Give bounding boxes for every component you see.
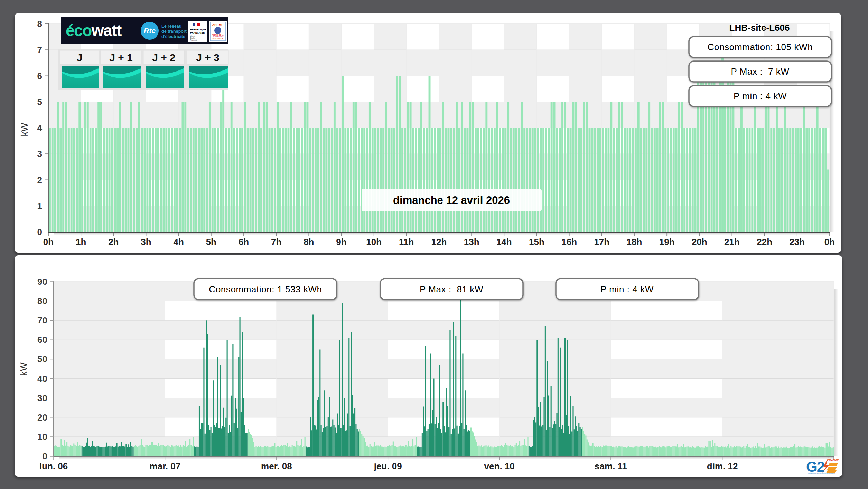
svg-text:40: 40 <box>37 374 47 384</box>
svg-text:3h: 3h <box>141 237 151 247</box>
svg-text:dimanche 12 avril 2026: dimanche 12 avril 2026 <box>393 194 510 206</box>
svg-text:22h: 22h <box>757 237 772 247</box>
svg-text:dim. 12: dim. 12 <box>707 461 738 471</box>
svg-text:0: 0 <box>37 227 42 237</box>
svg-text:kW: kW <box>19 123 30 137</box>
svg-text:6h: 6h <box>239 237 249 247</box>
svg-text:10: 10 <box>37 432 47 442</box>
svg-text:ÉCOLOGIQUE: ÉCOLOGIQUE <box>213 37 223 39</box>
svg-text:5: 5 <box>37 97 42 107</box>
svg-text:P Max : 7 kW: P Max : 7 kW <box>731 66 789 77</box>
svg-text:P min : 4 kW: P min : 4 kW <box>734 91 787 101</box>
svg-text:8: 8 <box>37 19 42 29</box>
svg-text:d'électricité: d'électricité <box>161 34 185 39</box>
svg-text:RÉPUBLIQUE: RÉPUBLIQUE <box>190 28 206 31</box>
svg-text:Fraternité: Fraternité <box>190 39 198 41</box>
svg-text:23h: 23h <box>789 237 805 247</box>
svg-text:13h: 13h <box>464 237 479 247</box>
svg-text:J + 1: J + 1 <box>109 52 133 63</box>
svg-text:17h: 17h <box>594 237 609 247</box>
svg-text:6: 6 <box>37 71 42 81</box>
svg-text:mar. 07: mar. 07 <box>150 461 181 471</box>
svg-text:80: 80 <box>37 296 47 306</box>
svg-text:15h: 15h <box>529 237 544 247</box>
svg-text:2: 2 <box>37 175 42 185</box>
svg-text:8h: 8h <box>304 237 314 247</box>
svg-text:Rte: Rte <box>144 27 156 35</box>
svg-text:7: 7 <box>37 45 42 55</box>
svg-text:9h: 9h <box>336 237 346 247</box>
svg-text:de transport: de transport <box>161 29 187 34</box>
svg-text:0h: 0h <box>43 237 54 247</box>
svg-text:60: 60 <box>37 335 47 345</box>
svg-text:Consommation: 1 533 kWh: Consommation: 1 533 kWh <box>209 284 322 294</box>
svg-text:J + 2: J + 2 <box>152 52 176 63</box>
svg-text:mer. 08: mer. 08 <box>261 461 292 471</box>
svg-text:FRANCE: FRANCE <box>827 459 839 462</box>
svg-text:5h: 5h <box>206 237 216 247</box>
svg-text:4h: 4h <box>174 237 184 247</box>
svg-text:19h: 19h <box>659 237 675 247</box>
svg-text:20: 20 <box>37 412 47 423</box>
svg-text:18h: 18h <box>627 237 642 247</box>
svg-text:Optimisation des ressources én: Optimisation des ressources énergétiques <box>808 473 835 474</box>
svg-text:11h: 11h <box>399 237 414 247</box>
svg-text:16h: 16h <box>561 237 577 247</box>
svg-text:LHB-site-L606: LHB-site-L606 <box>729 22 790 33</box>
svg-text:J + 3: J + 3 <box>196 52 220 63</box>
svg-text:4: 4 <box>37 123 43 133</box>
svg-text:P min : 4 kW: P min : 4 kW <box>600 284 654 294</box>
svg-text:30: 30 <box>37 393 47 403</box>
svg-text:FRANÇAISE: FRANÇAISE <box>190 31 205 34</box>
svg-text:G2: G2 <box>806 459 824 475</box>
svg-text:Le réseau: Le réseau <box>161 24 181 29</box>
svg-text:jeu. 09: jeu. 09 <box>374 461 402 471</box>
svg-text:20h: 20h <box>692 237 707 247</box>
svg-text:14h: 14h <box>496 237 512 247</box>
svg-text:7h: 7h <box>271 237 281 247</box>
svg-text:90: 90 <box>37 276 47 287</box>
svg-text:1h: 1h <box>76 237 86 247</box>
svg-text:lun. 06: lun. 06 <box>39 461 68 471</box>
svg-text:1: 1 <box>37 201 42 211</box>
svg-text:3: 3 <box>37 149 42 159</box>
svg-text:J: J <box>77 52 83 63</box>
svg-text:écowatt: écowatt <box>66 21 122 39</box>
svg-text:12h: 12h <box>431 237 447 247</box>
svg-text:0h: 0h <box>824 237 835 247</box>
svg-text:kW: kW <box>19 362 29 376</box>
svg-text:50: 50 <box>37 354 47 364</box>
svg-text:P Max : 81 kW: P Max : 81 kW <box>420 284 483 294</box>
svg-text:sam. 11: sam. 11 <box>595 461 627 471</box>
svg-text:0: 0 <box>43 451 47 461</box>
svg-text:2h: 2h <box>108 237 119 247</box>
svg-text:ADEME: ADEME <box>212 23 224 27</box>
svg-text:ven. 10: ven. 10 <box>484 461 515 471</box>
svg-text:Consommation: 105 kWh: Consommation: 105 kWh <box>708 42 813 52</box>
svg-text:21h: 21h <box>724 237 740 247</box>
svg-text:10h: 10h <box>366 237 382 247</box>
svg-text:70: 70 <box>37 315 47 326</box>
